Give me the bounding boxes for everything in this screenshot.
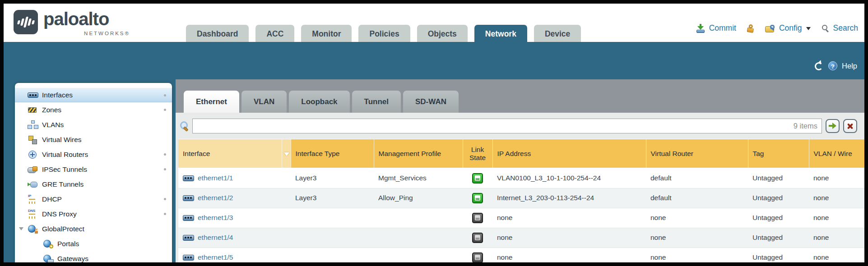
ipsec-tunnels-icon — [28, 165, 38, 174]
sidebar-item-label: VLANs — [42, 121, 64, 129]
ethernet-interface-icon — [183, 175, 194, 181]
sidebar-item-dns-proxy[interactable]: DNS Proxy — [15, 206, 172, 221]
tab-policies[interactable]: Policies — [358, 25, 410, 42]
clear-x-icon — [847, 123, 854, 129]
column-header-interface[interactable]: Interface — [178, 139, 282, 168]
sidebar-item-label: GlobalProtect — [42, 225, 84, 233]
link-state-down-icon — [472, 233, 483, 243]
sidebar-item-vlans[interactable]: VLANs — [15, 117, 172, 132]
interface-link[interactable]: ethernet1/1 — [198, 174, 233, 182]
sort-dropdown[interactable] — [282, 139, 291, 168]
help-link[interactable]: Help — [842, 62, 857, 70]
dns-proxy-icon — [28, 210, 38, 219]
paloalto-logo-icon — [14, 10, 38, 34]
tab-loopback[interactable]: Loopback — [289, 91, 349, 113]
commit-button[interactable]: Commit — [709, 23, 736, 33]
virtual-routers-icon — [28, 150, 38, 159]
sidebar-item-portals[interactable]: Portals — [15, 236, 172, 251]
status-dot — [164, 198, 166, 200]
table-row[interactable]: ethernet1/1 Layer3 Mgmt_Services VLAN010… — [178, 168, 864, 188]
column-header-ip-address[interactable]: IP Address — [492, 139, 646, 168]
sort-triangle-icon — [284, 152, 289, 156]
collapse-triangle-icon[interactable] — [19, 227, 23, 233]
cell-tag: Untagged — [748, 208, 809, 228]
paloalto-logo: paloalto NETWORKS® — [14, 9, 149, 38]
status-dot — [164, 94, 166, 96]
tab-sdwan[interactable]: SD-WAN — [403, 91, 459, 113]
search-icon[interactable] — [822, 24, 829, 32]
filter-field: 9 items — [192, 119, 822, 133]
interface-link[interactable]: ethernet1/2 — [198, 194, 233, 202]
sidebar-item-ipsec-tunnels[interactable]: IPSec Tunnels — [15, 162, 172, 177]
filter-input[interactable] — [192, 119, 822, 133]
config-button[interactable]: Config — [779, 23, 802, 33]
sidebar-item-interfaces[interactable]: Interfaces — [15, 87, 172, 102]
cell-ip-address: none — [492, 208, 646, 228]
column-header-vlan-wire[interactable]: VLAN / Wire — [809, 139, 864, 168]
gre-tunnels-icon — [28, 180, 38, 189]
lock-icon[interactable] — [747, 23, 755, 33]
link-state-up-icon — [472, 193, 483, 203]
cell-tag: Untagged — [748, 248, 809, 262]
refresh-icon[interactable] — [814, 61, 824, 70]
table-row[interactable]: ethernet1/5 none none Untagged none — [178, 248, 864, 262]
tab-monitor[interactable]: Monitor — [301, 25, 352, 42]
cell-interface-type — [291, 208, 374, 228]
tab-ethernet[interactable]: Ethernet — [184, 91, 239, 113]
interface-link[interactable]: ethernet1/4 — [198, 234, 233, 241]
column-header-link-state[interactable]: Link State — [463, 139, 492, 168]
cell-interface-type: Layer3 — [291, 188, 374, 208]
tab-device[interactable]: Device — [534, 25, 581, 42]
interface-link[interactable]: ethernet1/5 — [198, 253, 233, 261]
cell-ip-address: none — [492, 248, 646, 262]
dhcp-icon — [28, 195, 38, 204]
sidebar-item-label: GRE Tunnels — [42, 180, 84, 188]
interface-link[interactable]: ethernet1/3 — [198, 214, 233, 221]
tab-vlan[interactable]: VLAN — [241, 91, 287, 113]
sidebar-item-gre-tunnels[interactable]: GRE Tunnels — [15, 177, 172, 192]
green-arrow-icon — [829, 123, 836, 129]
cell-vlan-wire: none — [809, 168, 864, 188]
cell-vlan-wire: none — [809, 208, 864, 228]
filter-search-icon[interactable] — [179, 121, 189, 131]
search-button[interactable]: Search — [833, 23, 858, 33]
cell-interface-type: Layer3 — [291, 168, 374, 188]
help-icon[interactable] — [828, 61, 837, 70]
tab-tunnel[interactable]: Tunnel — [352, 91, 401, 113]
table-row[interactable]: ethernet1/2 Layer3 Allow_Ping Internet_L… — [178, 188, 864, 208]
cell-ip-address: VLAN0100_L3_10-1-100-254--24 — [492, 168, 646, 188]
sidebar-item-dhcp[interactable]: DHCP — [15, 192, 172, 206]
column-header-virtual-router[interactable]: Virtual Router — [646, 139, 748, 168]
tab-acc[interactable]: ACC — [255, 25, 294, 42]
apply-filter-button[interactable] — [826, 119, 840, 133]
tab-objects[interactable]: Objects — [417, 25, 468, 42]
sidebar-item-label: Portals — [57, 240, 79, 248]
tab-dashboard[interactable]: Dashboard — [186, 25, 249, 42]
ethernet-interface-icon — [183, 195, 194, 201]
link-state-down-icon — [472, 213, 483, 223]
sidebar-item-gateways[interactable]: Gateways — [15, 251, 172, 262]
table-row[interactable]: ethernet1/4 none none Untagged none — [178, 228, 864, 248]
column-header-tag[interactable]: Tag — [748, 139, 809, 168]
column-header-interface-type[interactable]: Interface Type — [291, 139, 374, 168]
chevron-down-icon[interactable] — [806, 27, 811, 32]
utility-bar: Commit Config Search — [696, 23, 858, 33]
cell-virtual-router: none — [646, 208, 748, 228]
table-row[interactable]: ethernet1/3 none none Untagged none — [178, 208, 864, 228]
sidebar-item-label: DHCP — [42, 195, 62, 203]
tab-network[interactable]: Network — [474, 25, 527, 42]
sidebar-item-zones[interactable]: Zones — [15, 102, 172, 117]
status-dot — [164, 153, 166, 156]
sidebar-item-virtual-routers[interactable]: Virtual Routers — [15, 147, 172, 162]
config-icon[interactable] — [765, 24, 775, 32]
zones-icon — [28, 105, 38, 115]
virtual-wires-icon — [28, 135, 38, 144]
sidebar-item-globalprotect[interactable]: GlobalProtect — [15, 221, 172, 236]
cell-ip-address: none — [492, 228, 646, 248]
cell-interface-type — [291, 228, 374, 248]
clear-filter-button[interactable] — [843, 119, 857, 133]
commit-icon[interactable] — [696, 24, 705, 33]
cell-tag: Untagged — [748, 228, 809, 248]
column-header-management-profile[interactable]: Management Profile — [374, 139, 463, 168]
sidebar-item-virtual-wires[interactable]: Virtual Wires — [15, 132, 172, 147]
